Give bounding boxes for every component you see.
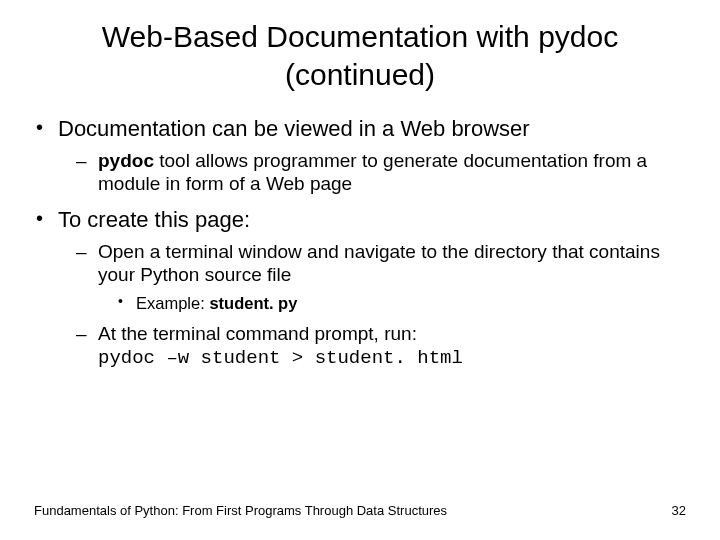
bullet-text-bold: student. py	[209, 294, 297, 312]
bullet-text-bold: pydoc	[98, 150, 154, 171]
list-item: pydoc tool allows programmer to generate…	[58, 149, 686, 197]
list-item: At the terminal command prompt, run: pyd…	[58, 322, 686, 372]
bullet-text: Open a terminal window and navigate to t…	[98, 241, 660, 286]
bullet-text: At the terminal command prompt, run:	[98, 323, 417, 344]
slide-footer: Fundamentals of Python: From First Progr…	[34, 503, 686, 518]
code-text: pydoc –w student > student. html	[98, 347, 463, 369]
list-item: To create this page: Open a terminal win…	[34, 206, 686, 371]
slide-title: Web-Based Documentation with pydoc (cont…	[34, 18, 686, 93]
list-item: Open a terminal window and navigate to t…	[58, 240, 686, 314]
bullet-text: Example:	[136, 294, 209, 312]
bullet-text: tool allows programmer to generate docum…	[98, 150, 647, 195]
bullet-list: Documentation can be viewed in a Web bro…	[34, 115, 686, 371]
page-number: 32	[672, 503, 686, 518]
footer-text: Fundamentals of Python: From First Progr…	[34, 503, 447, 518]
bullet-text: Documentation can be viewed in a Web bro…	[58, 116, 530, 141]
bullet-text: To create this page:	[58, 207, 250, 232]
list-item: Documentation can be viewed in a Web bro…	[34, 115, 686, 196]
list-item: Example: student. py	[98, 293, 686, 314]
